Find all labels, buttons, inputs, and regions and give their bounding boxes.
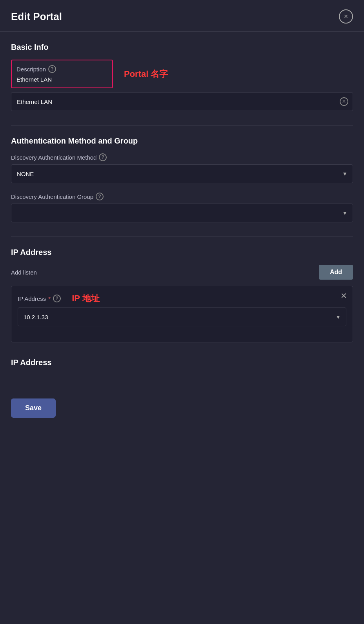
description-label-row: Description ? xyxy=(16,65,107,73)
auth-group-label-row: Discovery Authentication Group ? xyxy=(11,193,353,200)
listen-item: ✕ IP Address * ? IP 地址 xyxy=(11,286,353,342)
description-input-wrapper: × xyxy=(11,92,353,111)
divider-1 xyxy=(11,125,353,126)
save-button[interactable]: Save xyxy=(11,398,56,418)
ip-select-wrapper-outer: 10.2.1.33 ▼ xyxy=(18,307,346,326)
auth-method-help-icon[interactable]: ? xyxy=(99,153,107,161)
ip-section: IP Address Add listen Add ✕ IP Address *… xyxy=(11,248,353,342)
ip-select-wrapper: 10.2.1.33 ▼ xyxy=(18,307,346,326)
add-listen-label: Add listen xyxy=(11,269,37,276)
description-clear-button[interactable]: × xyxy=(340,97,348,106)
portal-name-annotation: Portal 名字 xyxy=(124,68,168,80)
add-listen-row: Add listen Add xyxy=(11,265,353,280)
add-button[interactable]: Add xyxy=(319,265,353,280)
close-button[interactable]: × xyxy=(339,9,353,24)
auth-method-label: Discovery Authentication Method xyxy=(11,154,96,161)
auth-group-select-wrapper: ▼ xyxy=(11,204,353,222)
auth-method-select-wrapper: NONE CHAP Mutual CHAP ▼ xyxy=(11,164,353,183)
ip-help-icon[interactable]: ? xyxy=(53,295,61,302)
description-value: Ethernet LAN xyxy=(16,76,107,83)
basic-info-title: Basic Info xyxy=(11,43,353,52)
description-help-icon[interactable]: ? xyxy=(48,65,56,73)
modal-title: Edit Portal xyxy=(11,11,62,23)
ip-label-row: IP Address * ? IP 地址 xyxy=(18,293,346,304)
auth-method-select[interactable]: NONE CHAP Mutual CHAP xyxy=(11,164,353,183)
modal-header: Edit Portal × xyxy=(0,0,364,32)
auth-group-field: Discovery Authentication Group ? ▼ xyxy=(11,193,353,222)
ip-field: IP Address * ? IP 地址 10.2.1.33 ▼ xyxy=(18,293,346,326)
ip-annotation: IP 地址 xyxy=(72,293,100,304)
description-input[interactable] xyxy=(11,92,353,111)
description-label: Description xyxy=(16,66,46,73)
auth-section-title: Authentication Method and Group xyxy=(11,136,353,146)
ip-label-group: IP Address * ? xyxy=(18,295,61,302)
divider-2 xyxy=(11,237,353,237)
auth-section: Authentication Method and Group Discover… xyxy=(11,136,353,222)
basic-info-section: Basic Info Description ? Ethernet LAN Po… xyxy=(11,43,353,111)
auth-method-label-row: Discovery Authentication Method ? xyxy=(11,153,353,161)
ip-section-2-title: IP Address xyxy=(11,358,353,367)
description-box: Description ? Ethernet LAN xyxy=(11,60,113,88)
ip-section-title: IP Address xyxy=(11,248,353,257)
auth-group-label: Discovery Authentication Group xyxy=(11,193,93,200)
ip-required-marker: * xyxy=(48,295,51,302)
auth-method-field: Discovery Authentication Method ? NONE C… xyxy=(11,153,353,183)
description-row: Description ? Ethernet LAN Portal 名字 xyxy=(11,60,353,88)
listen-item-close-button[interactable]: ✕ xyxy=(340,292,347,300)
ip-section-2: IP Address xyxy=(11,358,353,367)
ip-label: IP Address xyxy=(18,295,46,302)
footer: Save xyxy=(11,391,353,418)
auth-group-help-icon[interactable]: ? xyxy=(96,193,104,200)
ip-select[interactable]: 10.2.1.33 xyxy=(18,307,346,326)
auth-group-select[interactable] xyxy=(11,204,353,222)
modal-body: Basic Info Description ? Ethernet LAN Po… xyxy=(0,32,364,429)
edit-portal-modal: Edit Portal × Basic Info Description ? E… xyxy=(0,0,364,624)
